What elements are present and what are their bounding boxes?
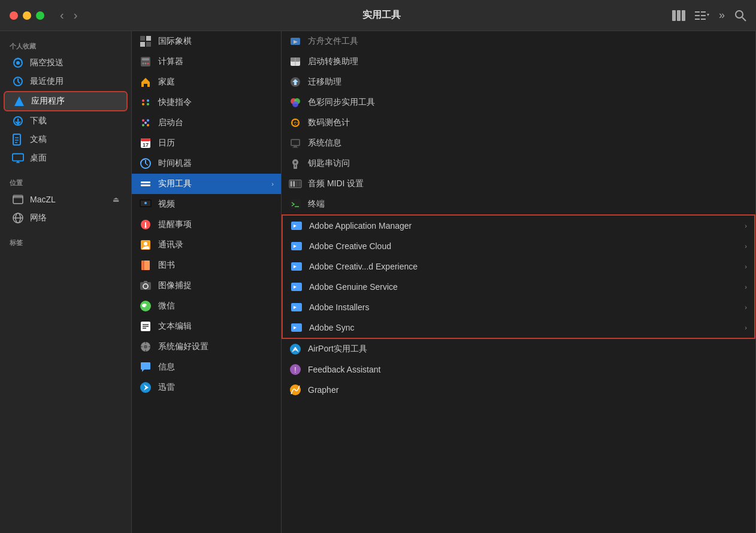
sysprefs-icon [139,340,152,353]
calculator-icon [139,55,152,68]
sidebar-section-tags: 标签 [0,235,131,250]
eject-icon[interactable]: ⏏ [113,195,119,204]
svg-point-42 [147,99,149,102]
col-item-adobe-creative-experience[interactable]: Adobe Creativ...d Experience › [283,256,754,277]
wechat-icon [139,299,152,313]
minimize-button[interactable] [23,11,31,20]
back-button[interactable]: ‹ [56,7,68,23]
col-item-guojiajikuai[interactable]: 国际象棋 [132,31,281,52]
svg-rect-6 [701,11,706,13]
col-item-qiangyizhuli[interactable]: 迁移助理 [282,72,755,92]
col-item-xinxi[interactable]: 信息 [132,357,281,377]
view-options-button[interactable] [695,10,709,21]
keychain-icon [289,157,302,170]
sidebar-item-documents[interactable]: 文稿 [4,131,128,149]
col-item-yaochi-label: 钥匙串访问 [308,158,748,169]
col-item-zhongduan[interactable]: 终端 [282,194,755,214]
migration-icon [289,75,302,89]
digitalcolor-icon [289,116,302,129]
col-item-xitongxinxi-label: 系统信息 [308,138,748,149]
svg-point-48 [142,124,144,126]
col-item-wenben[interactable]: 文本编辑 [132,316,281,337]
col-item-shijianji[interactable]: 时间机器 [132,153,281,174]
col-item-grapher[interactable]: Grapher [282,380,755,400]
sidebar-item-maczl[interactable]: MacZL ⏏ [4,190,128,208]
col-item-xitong[interactable]: 系统偏好设置 [132,337,281,357]
column-mid: 国际象棋 计算器 [132,31,282,533]
col-item-tushu[interactable]: 图书 [132,255,281,275]
col-item-adobe-creative-cloud[interactable]: Adobe Creative Cloud › [283,236,754,256]
col-item-adobe-app-manager[interactable]: Adobe Application Manager › [283,216,754,236]
bootcamp-icon [289,55,302,68]
traffic-lights [10,11,44,20]
svg-rect-32 [146,36,151,41]
col-item-xitongxinxi[interactable]: 系统信息 [282,133,755,153]
adobe-app-manager-chevron: › [745,222,747,229]
col-item-tuxiang[interactable]: 图像捕捉 [132,275,281,296]
svg-point-46 [142,119,144,122]
recents-icon [12,75,24,87]
col-item-tixing-label: 提醒事项 [158,219,274,230]
xunlei-icon [139,381,152,394]
col-item-shipin[interactable]: 视频 [132,194,281,214]
col-item-shuma[interactable]: 数码测色计 [282,113,755,133]
adobe-sync-icon [290,321,303,334]
col-item-yaochi[interactable]: 钥匙串访问 [282,153,755,174]
home-icon [139,75,152,89]
col-item-rili[interactable]: 17 日历 [132,133,281,153]
svg-point-40 [141,98,150,107]
col-item-kuaijiezhiling[interactable]: 快捷指令 [132,92,281,113]
svg-rect-34 [146,42,151,47]
col-item-qidongzhuanhuanzhuli[interactable]: 启动转换助理 [282,52,755,72]
sidebar-item-recents[interactable]: 最近使用 [4,72,128,90]
col-item-adobe-creative-experience-label: Adobe Creativ...d Experience [309,262,739,271]
col-item-weixin[interactable]: 微信 [132,296,281,316]
col-item-xunlei[interactable]: 迅雷 [132,377,281,398]
col-item-adobe-sync[interactable]: Adobe Sync › [283,317,754,338]
more-options-button[interactable]: » [719,9,725,22]
adobe-creative-cloud-chevron: › [745,243,747,250]
svg-rect-8 [701,19,706,20]
audiomidi-icon [289,177,302,190]
col-item-qidongtai[interactable]: 启动台 [132,113,281,133]
svg-rect-36 [142,58,149,60]
sidebar-item-network[interactable]: 网络 [4,209,128,227]
col-item-airport[interactable]: AirPort实用工具 [282,339,755,359]
sidebar-item-downloads[interactable]: 下载 [4,112,128,130]
col-item-adobe-installers[interactable]: Adobe Installers › [283,297,754,317]
sidebar-item-downloads-label: 下载 [30,116,47,126]
svg-point-13 [16,61,20,65]
sidebar-item-airdrop[interactable]: 隔空投送 [4,54,128,72]
col-item-adobe-sync-label: Adobe Sync [309,323,739,332]
svg-rect-3 [695,11,700,13]
col-item-shiyonggongju[interactable]: 实用工具 › [132,174,281,194]
sidebar-item-desktop[interactable]: 桌面 [4,149,128,167]
col-item-feedback[interactable]: ! Feedback Assistant [282,359,755,380]
svg-rect-112 [296,181,298,186]
adobe-creative-experience-chevron: › [745,263,747,270]
svg-text:!: ! [294,366,296,374]
col-item-jiating[interactable]: 家庭 [132,72,281,92]
col-item-tixing[interactable]: 提醒事项 [132,214,281,235]
forward-button[interactable]: › [70,7,81,23]
svg-rect-103 [294,146,297,147]
textedit-icon [139,320,152,333]
col-item-qiangyizhuli-label: 迁移助理 [308,77,748,87]
adobe-genuine-icon [290,280,303,293]
search-button[interactable] [734,10,746,22]
col-item-shuma-label: 数码测色计 [308,117,748,128]
maximize-button[interactable] [36,11,44,20]
sidebar-item-applications[interactable]: 应用程序 [4,91,128,111]
svg-point-10 [736,11,743,18]
column-view-button[interactable] [672,10,685,21]
col-item-secaisync[interactable]: 色彩同步实用工具 [282,92,755,113]
col-item-yinpin[interactable]: 音频 MIDI 设置 [282,174,755,194]
col-item-fangzhu[interactable]: 方舟文件工具 [282,31,755,52]
col-item-adobe-genuine[interactable]: Adobe Genuine Service › [283,277,754,297]
maczl-icon [12,193,24,205]
col-item-jisuanqi[interactable]: 计算器 [132,52,281,72]
close-button[interactable] [10,11,18,20]
col-item-tongxunlu[interactable]: 通讯录 [132,235,281,255]
svg-rect-1 [677,10,681,21]
terminal-icon [289,198,302,211]
